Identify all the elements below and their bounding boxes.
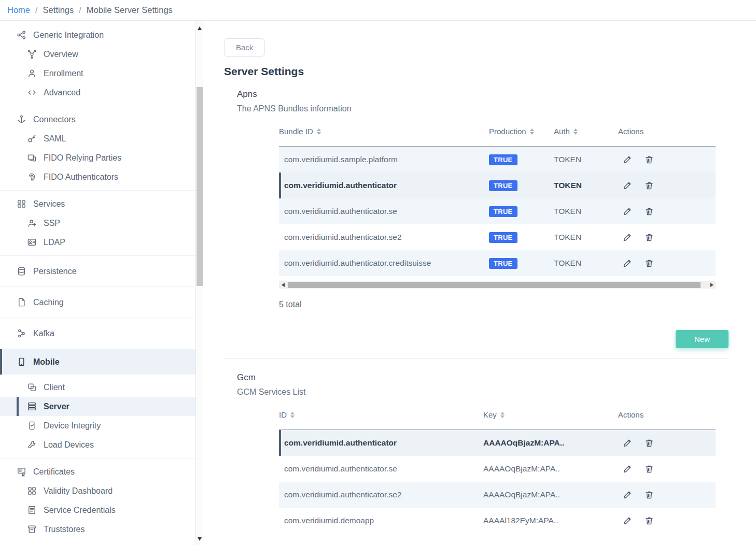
sidebar-item-saml[interactable]: SAML	[0, 129, 195, 148]
sidebar-item-truststores[interactable]: Truststores	[0, 520, 195, 539]
sidebar-group-connectors: Connectors SAML FIDO Relying Parties FID…	[0, 106, 195, 191]
scroll-right-arrow-icon[interactable]	[708, 281, 716, 289]
sidebar-item-service-credentials[interactable]: Service Credentials	[0, 500, 195, 520]
edit-button[interactable]	[622, 258, 633, 268]
sidebar-item-services[interactable]: Services	[0, 194, 195, 213]
pencil-icon	[622, 154, 633, 165]
edit-button[interactable]	[622, 206, 633, 217]
pencil-icon	[622, 438, 633, 448]
sidebar-item-fido-relying-parties[interactable]: FIDO Relying Parties	[0, 148, 195, 167]
sort-arrows-icon[interactable]	[290, 412, 295, 418]
edit-button[interactable]	[622, 464, 633, 474]
sidebar-item-label: Services	[33, 199, 65, 209]
table-row-selected[interactable]: com.veridiumid.authenticator TRUE TOKEN	[279, 173, 716, 198]
column-header-auth[interactable]: Auth	[554, 127, 618, 136]
sidebar-scrollbar[interactable]	[196, 21, 203, 545]
sidebar-item-connectors[interactable]: Connectors	[0, 110, 195, 129]
delete-button[interactable]	[644, 206, 654, 217]
sidebar-item-client[interactable]: Client	[0, 378, 195, 397]
table-row[interactable]: com.veridiumid.authenticator.se AAAAOqBj…	[279, 456, 716, 482]
sidebar-item-certificates[interactable]: Certificates	[0, 462, 195, 481]
delete-button[interactable]	[644, 232, 654, 242]
scroll-up-arrow-icon[interactable]	[196, 24, 203, 32]
sidebar-item-mobile[interactable]: Mobile	[0, 349, 195, 375]
scrollbar-thumb[interactable]	[288, 282, 701, 288]
sidebar-item-advanced[interactable]: Advanced	[0, 83, 195, 102]
table-row[interactable]: com.veridiumid.authenticator.se2 AAAAOqB…	[279, 482, 716, 508]
scrollbar-track[interactable]	[287, 281, 708, 289]
table-row[interactable]: com.veridiumid.authenticator.se TRUE TOK…	[279, 198, 716, 224]
table-row[interactable]: com.veridiumid.demoapp AAAAl182EyM:APA..	[279, 508, 716, 534]
scroll-down-arrow-icon[interactable]	[196, 535, 203, 543]
actions-cell	[618, 464, 716, 474]
column-header-bundle-id[interactable]: Bundle ID	[279, 127, 489, 136]
column-header-id[interactable]: ID	[279, 410, 483, 419]
sort-arrows-icon[interactable]	[573, 128, 578, 135]
table-row[interactable]: com.veridiumid.authenticator.creditsuiss…	[279, 250, 716, 276]
delete-button[interactable]	[644, 438, 654, 448]
sidebar-item-fido-authenticators[interactable]: FIDO Authenticators	[0, 167, 195, 187]
sidebar-item-generic-integration[interactable]: Generic Integration	[0, 25, 195, 45]
mobile-icon	[17, 357, 26, 367]
sidebar-item-overview[interactable]: Overview	[0, 45, 195, 64]
scrollbar-thumb[interactable]	[197, 87, 203, 286]
code-icon	[27, 88, 37, 97]
table-row[interactable]: com.veridiumid.sample.platform TRUE TOKE…	[279, 147, 716, 173]
breadcrumb-separator: /	[79, 5, 81, 15]
sidebar-item-caching[interactable]: Caching	[0, 293, 195, 312]
gcm-table: ID Key Actions com.veridiumid.authentica…	[279, 407, 716, 534]
credentials-icon	[27, 505, 37, 515]
edit-button[interactable]	[622, 180, 633, 191]
sidebar-item-label: SSP	[44, 219, 60, 228]
sidebar-group-services: Services SSP LDAP	[0, 191, 195, 256]
sort-arrows-icon[interactable]	[500, 412, 505, 418]
edit-button[interactable]	[622, 232, 633, 242]
sidebar-item-label: Advanced	[44, 88, 80, 97]
column-header-key[interactable]: Key	[483, 410, 618, 419]
sidebar-item-enrollment[interactable]: Enrollment	[0, 64, 195, 83]
delete-button[interactable]	[644, 154, 654, 165]
back-button[interactable]: Back	[224, 38, 265, 56]
production-cell: TRUE	[489, 206, 554, 217]
sidebar-item-kafka[interactable]: Kafka	[0, 324, 195, 343]
sidebar-item-ldap[interactable]: LDAP	[0, 233, 195, 252]
scroll-left-arrow-icon[interactable]	[279, 281, 287, 289]
production-badge: TRUE	[489, 154, 517, 165]
gcm-key-cell: AAAAOqBjazM:APA..	[483, 490, 618, 499]
sidebar-item-load-devices[interactable]: Load Devices	[0, 435, 195, 454]
edit-button[interactable]	[622, 438, 633, 448]
trash-icon	[644, 154, 654, 165]
edit-button[interactable]	[622, 154, 633, 165]
certificate-icon	[17, 467, 26, 477]
sidebar-item-ssp[interactable]: SSP	[0, 213, 195, 233]
delete-button[interactable]	[644, 180, 654, 191]
server-icon	[27, 401, 37, 411]
breadcrumb-home[interactable]: Home	[7, 5, 30, 15]
edit-button[interactable]	[622, 515, 633, 526]
breadcrumb-settings[interactable]: Settings	[43, 5, 74, 15]
edit-button[interactable]	[622, 490, 633, 500]
sort-arrows-icon[interactable]	[317, 128, 321, 135]
sidebar-item-label: SAML	[44, 134, 66, 144]
column-header-production[interactable]: Production	[489, 127, 554, 136]
sort-arrows-icon[interactable]	[530, 128, 534, 135]
table-row[interactable]: com.veridiumid.authenticator.se2 TRUE TO…	[279, 224, 716, 250]
delete-button[interactable]	[644, 515, 654, 526]
sidebar-item-validity-dashboard[interactable]: Validity Dashboard	[0, 481, 195, 500]
actions-cell	[618, 515, 716, 526]
sidebar-group-mobile: Mobile Client Server Device Integrity Lo…	[0, 349, 195, 458]
delete-button[interactable]	[644, 490, 654, 500]
pencil-icon	[622, 515, 633, 526]
sidebar-item-server[interactable]: Server	[0, 397, 195, 416]
sidebar-item-device-integrity[interactable]: Device Integrity	[0, 416, 195, 435]
table-horizontal-scrollbar[interactable]	[279, 281, 716, 289]
pencil-icon	[622, 180, 633, 191]
table-row-selected[interactable]: com.veridiumid.authenticator AAAAOqBjazM…	[279, 430, 716, 456]
bundle-id-cell: com.veridiumid.authenticator.se	[279, 207, 489, 216]
production-badge: TRUE	[489, 206, 517, 217]
delete-button[interactable]	[644, 258, 654, 268]
delete-button[interactable]	[644, 464, 654, 474]
sidebar-item-persistence[interactable]: Persistence	[0, 262, 195, 281]
new-button[interactable]: New	[676, 330, 729, 348]
trash-icon	[644, 515, 654, 526]
